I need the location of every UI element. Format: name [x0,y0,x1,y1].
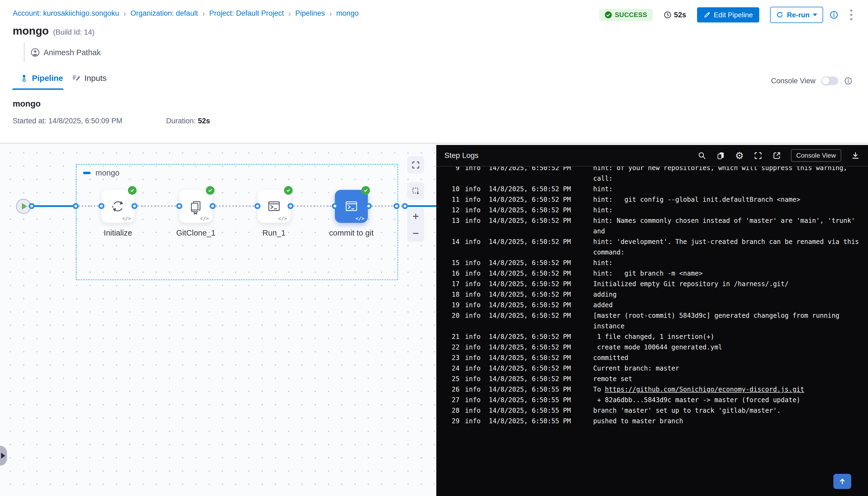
step-logs-title: Step Logs [445,151,698,160]
tab-pipeline[interactable]: Pipeline [20,74,63,83]
log-line-number: 17 [447,279,460,289]
breadcrumb-separator-icon: › [123,10,126,17]
success-check-icon [605,11,612,19]
log-timestamp: 14/8/2025, 6:50:52 PM [489,195,575,205]
console-view-toggle[interactable] [821,77,838,85]
zoom-out-icon[interactable] [411,229,420,238]
log-timestamp: 14/8/2025, 6:50:52 PM [489,216,575,226]
sync-icon [110,198,126,215]
log-timestamp: 14/8/2025, 6:50:55 PM [489,395,575,405]
log-line-number: 21 [447,331,460,342]
log-timestamp: 14/8/2025, 6:50:52 PM [489,300,575,310]
collapse-minus-icon[interactable] [83,172,91,174]
log-timestamp: 14/8/2025, 6:50:52 PM [489,205,575,216]
play-icon [22,203,27,210]
pipeline-execution-page: Account: kurosakiichigo.songoku›Organiza… [0,0,868,496]
log-timestamp: 14/8/2025, 6:50:52 PM [489,363,575,374]
log-level: info [465,216,483,226]
status-badge: SUCCESS [599,9,653,21]
code-glyph: </> [122,216,131,221]
log-line-number: 9 [447,167,460,173]
log-line-number: 23 [447,353,460,363]
step-success-check-icon [128,186,137,195]
log-message: Initialized empty Git repository in /har… [593,279,863,289]
open-in-new-icon[interactable] [772,151,781,160]
log-message: Current branch: master [593,363,863,374]
edit-pipeline-button[interactable]: Edit Pipeline [697,7,760,22]
log-level: info [465,184,483,195]
log-body[interactable]: 9info14/8/2025, 6:50:52 PMhint: of your … [436,167,868,496]
log-row: 16info14/8/2025, 6:50:52 PMhint: git bra… [447,268,863,279]
stage-collapse-control[interactable]: mongo [83,169,120,177]
code-glyph: </> [278,216,287,221]
step-label: Run_1 [231,229,317,237]
log-level: info [465,395,483,405]
zoom-in-icon[interactable] [411,212,420,221]
log-row: 12info14/8/2025, 6:50:52 PMhint: [447,205,863,216]
chevron-down-icon [813,14,817,16]
connector-dot [393,203,400,209]
log-timestamp: 14/8/2025, 6:50:52 PM [489,258,575,268]
expand-icon[interactable] [754,151,762,160]
log-timestamp: 14/8/2025, 6:50:52 PM [489,289,575,300]
log-timestamp: 14/8/2025, 6:50:52 PM [489,353,575,363]
log-level: info [465,205,483,216]
step-node-commit-to-git[interactable]: </> [335,190,368,223]
log-line-number: 18 [447,289,460,300]
breadcrumb-item[interactable]: mongo [336,9,359,18]
log-timestamp: 14/8/2025, 6:50:55 PM [489,416,575,427]
log-row: 24info14/8/2025, 6:50:52 PMCurrent branc… [447,363,863,374]
log-line-number: 11 [447,195,460,205]
log-message: hint: of your new repositories, which wi… [593,167,863,184]
log-line-number: 10 [447,184,460,195]
log-timestamp: 14/8/2025, 6:50:52 PM [489,279,575,289]
more-options-menu-icon[interactable] [850,10,852,20]
settings-gear-icon[interactable]: ⚙ [735,151,744,160]
git-clone-icon [187,198,204,215]
canvas-fullscreen-button[interactable] [407,156,424,173]
breadcrumb-item[interactable]: Pipelines [295,9,325,18]
breadcrumb-item[interactable]: Account: kurosakiichigo.songoku [13,9,119,18]
log-message: create mode 100644 generated.yml [593,342,863,353]
log-line-number: 20 [447,310,460,321]
connector-dot [176,203,182,209]
log-line-number: 28 [447,405,460,416]
log-row: 28info14/8/2025, 6:50:55 PMbranch 'maste… [447,405,863,416]
expand-panel-handle[interactable] [0,446,7,466]
log-message: remote set [593,374,863,384]
log-message: + 82a6dbb...5843d9c master -> master (fo… [593,395,863,405]
copy-icon[interactable] [716,151,725,160]
download-icon[interactable] [851,151,860,160]
breadcrumb-item[interactable]: Organization: default [130,9,198,18]
step-node-initialize[interactable]: </> [102,190,135,223]
scroll-to-top-button[interactable] [833,474,851,489]
code-glyph: </> [355,216,365,221]
log-link[interactable]: https://github.com/Sonichigo/economy-dis… [605,386,804,393]
canvas-selection-button[interactable] [407,182,424,199]
inputs-icon [72,74,81,82]
log-level: info [465,342,483,353]
rerun-button[interactable]: Re-run [770,7,823,23]
tab-inputs[interactable]: Inputs [72,74,107,83]
log-line-number: 19 [447,300,460,310]
search-icon[interactable] [698,151,707,160]
log-level: info [465,195,483,205]
log-level: info [465,279,483,289]
step-node-run-1[interactable]: </> [258,190,291,223]
stage-info-bar: mongo Started at: 14/8/2025, 6:50:09 PM … [0,90,868,144]
breadcrumb-separator-icon: › [329,10,332,17]
console-view-button[interactable]: Console View [791,149,841,162]
info-icon[interactable] [844,77,852,85]
log-message: adding [593,289,863,300]
console-view-cluster: Console View [771,72,852,90]
log-timestamp: 14/8/2025, 6:50:52 PM [489,310,575,321]
step-node-gitclone-1[interactable]: </> [179,190,212,223]
log-row: 26info14/8/2025, 6:50:55 PMTo https://gi… [447,384,863,395]
breadcrumb-item[interactable]: Project: Default Project [209,9,284,18]
log-line-number: 26 [447,384,460,395]
log-line-number: 27 [447,395,460,405]
log-line-number: 15 [447,258,460,268]
log-level: info [465,384,483,395]
connector-line [79,205,102,207]
info-icon[interactable] [830,11,838,19]
